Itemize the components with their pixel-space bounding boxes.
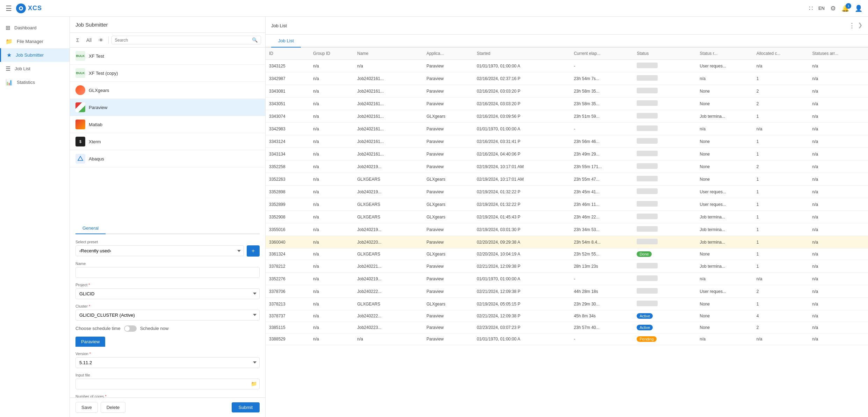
dashboard-icon: ⊞ [6,24,10,31]
list-item[interactable]: Paraview [70,99,265,116]
table-row[interactable]: 3355016 n/a Job240219... Paraview 02/19/… [266,223,868,236]
table-row[interactable]: 3342987 n/a Job2402161... Paraview 02/16… [266,72,868,85]
more-options-icon[interactable]: ⋮ [849,22,855,29]
logo-icon [18,6,24,11]
tab-job-list[interactable]: Job List [271,35,301,48]
table-row[interactable]: 3385115 n/a Job240223... Paraview 02/23/… [266,322,868,333]
sidebar-item-file-manager[interactable]: 📁 File Manager [0,35,70,48]
cluster-select[interactable]: GLICID_CLUSTER (Active) [75,310,260,321]
table-row[interactable]: 3343081 n/a Job2402161... Paraview 02/16… [266,85,868,98]
cell-status: Active [633,322,696,333]
expand-icon[interactable]: ❯ [858,22,862,29]
table-row[interactable]: 3352908 n/a GLXGEARS GLXgears 02/19/2024… [266,211,868,223]
cell-elapsed: 23h 58m 35... [570,85,633,98]
user-avatar[interactable]: 👤 [855,5,862,12]
table-row[interactable]: 3343125 n/a n/a Paraview 01/01/1970, 01:… [266,60,868,72]
table-row[interactable]: 3361324 n/a GLXGEARS GLXgears 02/20/2024… [266,249,868,260]
list-item[interactable]: Abaqus [70,150,265,167]
list-item[interactable]: BULK XF Test [70,48,265,65]
cell-status [633,198,696,211]
all-button[interactable]: All [84,36,94,44]
cell-status [633,123,696,135]
table-row[interactable]: 3378213 n/a GLXGEARS GLXgears 02/19/2024… [266,298,868,310]
table-row[interactable]: 3352263 n/a GLXGEARS GLXgears 02/19/2024… [266,173,868,186]
table-row[interactable]: 3352258 n/a Job240219... Paraview 02/19/… [266,160,868,173]
list-item[interactable]: $ Xterm [70,133,265,150]
table-row[interactable]: 3343134 n/a Job2402161... Paraview 02/16… [266,148,868,160]
sum-button[interactable]: Σ [74,36,81,44]
job-list-table-container[interactable]: ID Group ID Name Applica... Started Curr… [266,48,868,417]
cell-status [633,72,696,85]
tab-general[interactable]: General [75,223,106,234]
cell-app: Paraview [423,285,473,298]
cell-status [633,135,696,148]
cell-alloc: 1 [753,249,809,260]
list-item[interactable]: BULK XF Test (copy) [70,65,265,82]
grid-icon[interactable]: ∷ [809,5,813,12]
cell-status [633,160,696,173]
hamburger-menu[interactable]: ☰ [6,4,12,13]
table-row[interactable]: 3343051 n/a Job2402161... Paraview 02/16… [266,98,868,110]
delete-button[interactable]: Delete [101,402,126,413]
cell-id: 3342983 [266,123,310,135]
table-row[interactable]: 3343124 n/a Job2402161... Paraview 02/16… [266,135,868,148]
cluster-required: * [89,304,90,308]
cell-name: GLXGEARS [354,198,423,211]
table-row[interactable]: 3352898 n/a Job240219... Paraview 02/19/… [266,186,868,198]
table-row[interactable]: 3342983 n/a Job2402161... Paraview 01/01… [266,123,868,135]
notifications-icon[interactable]: 🔔1 [841,5,849,12]
table-row[interactable]: 3378706 n/a Job240222... Paraview 02/21/… [266,285,868,298]
add-preset-button[interactable]: + [247,245,260,257]
schedule-toggle[interactable] [124,325,137,332]
save-button[interactable]: Save [75,402,98,413]
cell-status [633,60,696,72]
project-select[interactable]: GLICID [75,288,260,299]
file-browse-icon[interactable]: 📁 [251,381,257,387]
settings-icon[interactable]: ⚙ [830,5,836,12]
cell-id: 3343081 [266,85,310,98]
submit-button[interactable]: Submit [232,402,260,412]
preset-select[interactable]: ‹Recently used› [75,245,244,256]
list-item[interactable]: GLXgears [70,82,265,99]
language-selector[interactable]: EN [818,6,825,11]
sidebar-item-statistics[interactable]: 📊 Statistics [0,76,70,89]
table-row[interactable]: 3352276 n/a Job240219... Paraview 01/01/… [266,273,868,285]
eye-button[interactable]: 👁 [96,36,106,44]
sidebar-item-job-submitter[interactable]: ★ Job Submitter [0,48,70,62]
table-row[interactable]: 3343074 n/a Job2402161... GLXgears 02/16… [266,110,868,123]
search-icon[interactable]: 🔍 [252,37,258,43]
version-select[interactable]: 5.11.2 [75,357,260,368]
job-icon-bulk: BULK [75,51,85,61]
cell-name: Job240222... [354,310,423,322]
job-label: Paraview [89,105,107,110]
cell-app: GLXgears [423,298,473,310]
input-file-input[interactable] [75,379,260,389]
preset-select-row: ‹Recently used› + [75,245,260,257]
list-item[interactable]: Matlab [70,116,265,133]
cell-id: 3352258 [266,160,310,173]
table-row[interactable]: 3352899 n/a GLXGEARS GLXgears 02/19/2024… [266,198,868,211]
table-row[interactable]: 3378212 n/a Job240221... Paraview 02/21/… [266,260,868,273]
table-header-row: ID Group ID Name Applica... Started Curr… [266,48,868,60]
name-input[interactable] [75,267,260,278]
table-row[interactable]: 3360040 n/a Job240220... Paraview 02/20/… [266,236,868,249]
job-list-tabs: Job List [266,35,868,48]
sidebar-item-job-list[interactable]: ☰ Job List [0,62,70,76]
folder-icon: 📁 [6,38,13,45]
cell-elapsed: 23h 34m 53... [570,223,633,236]
cell-group: n/a [310,273,354,285]
project-row: Project * GLICID [75,283,260,299]
cell-group: n/a [310,310,354,322]
table-row[interactable]: 3378737 n/a Job240222... Paraview 02/21/… [266,310,868,322]
cell-statusr: Job termina... [696,223,753,236]
cell-statusr: None [696,160,753,173]
search-input[interactable] [115,38,252,43]
navbar-right: ∷ EN ⚙ 🔔1 👤 [809,5,862,12]
col-header-statusr: Status r... [696,48,753,60]
version-label: Version * [75,352,260,356]
cell-statuses: n/a [809,249,868,260]
sidebar-item-dashboard[interactable]: ⊞ Dashboard [0,21,70,35]
app-tab-paraview[interactable]: Paraview [75,337,105,347]
table-row[interactable]: 3388529 n/a n/a Paraview 01/01/1970, 01:… [266,333,868,345]
cell-id: 3385115 [266,322,310,333]
